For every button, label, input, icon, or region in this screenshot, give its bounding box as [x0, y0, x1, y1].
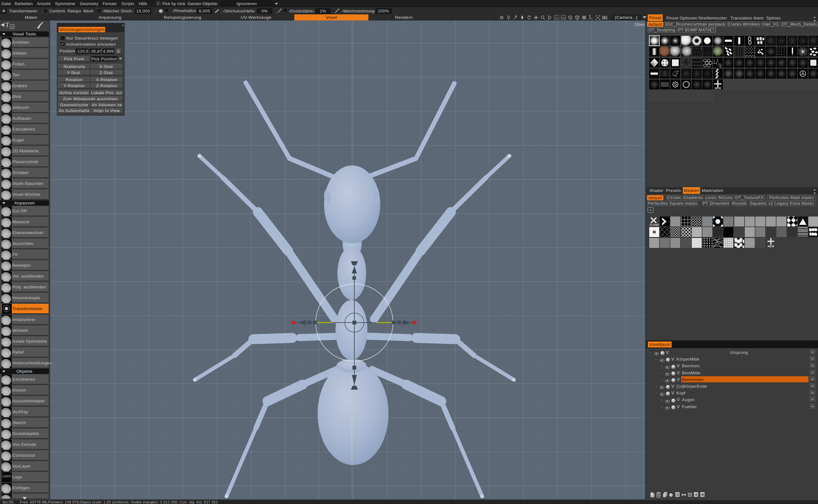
svg-text:PEN: PEN — [562, 17, 566, 19]
svg-text:NEW: NEW — [768, 245, 775, 248]
svg-text:NEW: NEW — [715, 87, 722, 89]
svg-text:ALL: ALL — [555, 17, 559, 19]
